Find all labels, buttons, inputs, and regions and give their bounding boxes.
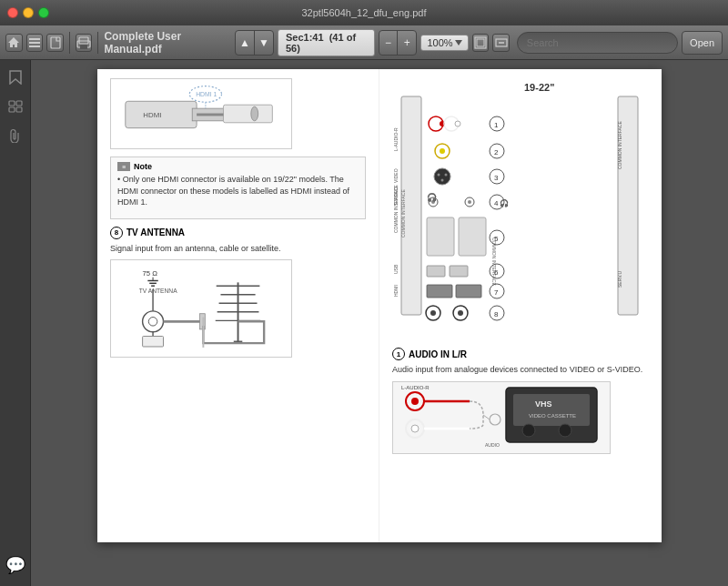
- audio-heading: 1 AUDIO IN L/R: [392, 348, 649, 360]
- bookmark-icon[interactable]: [5, 67, 25, 87]
- svg-text:8: 8: [494, 310, 499, 318]
- nav-up-button[interactable]: ▲: [236, 31, 254, 55]
- nav-arrows[interactable]: ▲ ▼: [235, 30, 274, 56]
- svg-rect-15: [16, 101, 22, 106]
- tv-antenna-heading: 8 TV ANTENNA: [110, 227, 366, 239]
- svg-marker-8: [455, 40, 462, 45]
- note-text: • Only one HDMI connector is available o…: [117, 174, 359, 208]
- window-controls[interactable]: [7, 7, 49, 18]
- separator-1: [69, 32, 70, 54]
- svg-text:2: 2: [494, 148, 499, 157]
- fit-page-icon[interactable]: [472, 34, 490, 52]
- zoom-level: 100%: [420, 35, 468, 51]
- maximize-button[interactable]: [38, 7, 49, 18]
- svg-point-33: [148, 318, 157, 327]
- fit-width-icon[interactable]: [492, 34, 510, 52]
- svg-rect-16: [9, 107, 15, 112]
- svg-point-58: [455, 121, 460, 126]
- svg-text:7: 7: [494, 288, 499, 297]
- svg-rect-79: [427, 217, 454, 256]
- svg-rect-20: [223, 105, 272, 123]
- zoom-controls[interactable]: − +: [379, 30, 418, 56]
- svg-rect-10: [477, 39, 484, 46]
- svg-point-68: [441, 179, 444, 182]
- open-button[interactable]: Open: [682, 31, 723, 55]
- audio-section: 1 AUDIO IN L/R Audio input from analogue…: [392, 348, 649, 454]
- home-icon[interactable]: [5, 34, 23, 52]
- hdmi-note: ≡ Note • Only one HDMI connector is avai…: [110, 157, 366, 219]
- svg-rect-86: [450, 266, 468, 277]
- svg-point-66: [438, 174, 440, 177]
- file-label: Complete User Manual.pdf: [104, 30, 231, 56]
- svg-point-105: [559, 424, 571, 437]
- svg-text:HDMI 1: HDMI 1: [196, 91, 217, 97]
- svg-text:COMMON INTERFACE: COMMON INTERFACE: [400, 189, 406, 237]
- audio-description: Audio input from analogue devices connec…: [392, 364, 649, 376]
- svg-point-115: [490, 414, 500, 425]
- antenna-section-num: 8: [110, 227, 123, 239]
- pdf-viewer[interactable]: HDMI HDMI 1 ≡ Note: [31, 60, 728, 586]
- separator-2: [97, 32, 98, 54]
- zoom-in-button[interactable]: +: [398, 31, 416, 55]
- svg-text:HDMI: HDMI: [143, 111, 161, 119]
- svg-point-111: [411, 425, 419, 432]
- svg-point-62: [440, 148, 445, 154]
- audio-section-num: 1: [392, 348, 405, 360]
- svg-text:19-22": 19-22": [524, 82, 554, 93]
- attachment-icon[interactable]: [5, 126, 25, 146]
- minimize-button[interactable]: [23, 7, 34, 18]
- main-toolbar: Complete User Manual.pdf ▲ ▼ Sec1:41 (41…: [0, 25, 728, 60]
- svg-point-32: [143, 311, 164, 332]
- comment-icon-container: 💬: [5, 555, 25, 575]
- antenna-heading-text: TV ANTENNA: [126, 227, 185, 237]
- close-button[interactable]: [7, 7, 18, 18]
- panel-diagram: 19-22" L-AUDIO-R VIDEO S-VIDEO COMMON IN…: [392, 78, 649, 342]
- nav-down-button[interactable]: ▼: [255, 31, 273, 55]
- svg-rect-90: [456, 285, 481, 298]
- svg-text:COMMON INTERFACE: COMMON INTERFACE: [393, 185, 399, 233]
- svg-text:3: 3: [494, 174, 499, 182]
- list-view-icon[interactable]: [26, 34, 44, 52]
- content-area: 💬 HDMI: [0, 60, 728, 586]
- svg-text:AUDIO: AUDIO: [485, 442, 500, 448]
- svg-text:VIDEO CASSETTE: VIDEO CASSETTE: [529, 413, 576, 419]
- svg-text:VIDEO: VIDEO: [393, 168, 399, 183]
- zoom-out-button[interactable]: −: [379, 31, 398, 55]
- search-input[interactable]: [517, 32, 678, 54]
- svg-text:6: 6: [494, 268, 499, 277]
- svg-text:TV ANTENNA: TV ANTENNA: [139, 288, 177, 294]
- new-file-icon[interactable]: [46, 34, 64, 52]
- svg-point-109: [411, 398, 419, 405]
- svg-rect-14: [9, 101, 15, 106]
- svg-point-104: [522, 424, 535, 437]
- svg-rect-3: [29, 45, 40, 47]
- svg-point-94: [430, 310, 436, 316]
- note-header: ≡ Note: [117, 162, 359, 171]
- thumbnail-icon[interactable]: [5, 96, 25, 116]
- svg-point-96: [458, 310, 463, 316]
- svg-text:75 Ω: 75 Ω: [143, 269, 158, 278]
- left-sidebar: 💬: [0, 60, 31, 586]
- svg-rect-80: [459, 217, 486, 256]
- pdf-right-column: 19-22" L-AUDIO-R VIDEO S-VIDEO COMMON IN…: [379, 69, 662, 542]
- svg-point-67: [445, 174, 448, 177]
- comment-icon[interactable]: 💬: [5, 555, 25, 575]
- antenna-description: Signal input from an antenna, cable or s…: [110, 243, 366, 255]
- svg-text:L-AUDIO-R: L-AUDIO-R: [393, 127, 399, 151]
- svg-text:USB: USB: [393, 264, 399, 274]
- svg-text:🎧: 🎧: [427, 192, 438, 203]
- pdf-left-column: HDMI HDMI 1 ≡ Note: [97, 69, 379, 542]
- antenna-diagram: 75 Ω TV ANTENNA: [110, 259, 292, 358]
- svg-rect-36: [143, 337, 164, 347]
- svg-rect-7: [80, 45, 87, 49]
- svg-marker-13: [10, 71, 21, 84]
- page-indicator: Sec1:41 (41 of 56): [278, 29, 375, 56]
- svg-text:COMMON INTERFACE: COMMON INTERFACE: [617, 121, 622, 169]
- svg-text:SERV.U: SERV.U: [617, 271, 622, 288]
- svg-rect-2: [29, 42, 40, 44]
- svg-point-74: [468, 200, 471, 204]
- svg-rect-4: [51, 37, 60, 48]
- svg-line-116: [483, 415, 490, 419]
- audio-heading-text: AUDIO IN L/R: [409, 349, 467, 359]
- print-icon[interactable]: [76, 34, 93, 52]
